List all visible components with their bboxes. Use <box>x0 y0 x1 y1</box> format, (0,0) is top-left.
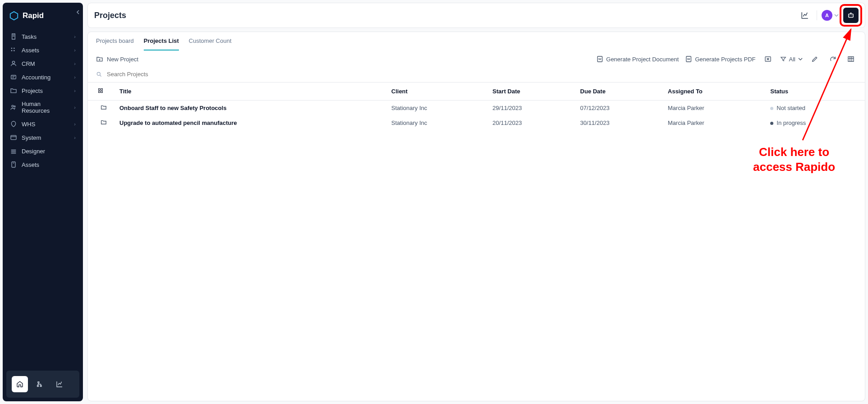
cell-status: Not started <box>764 101 865 116</box>
refresh-button[interactable] <box>827 55 839 63</box>
nav-icon <box>10 46 17 54</box>
nav-icon <box>10 87 17 94</box>
cell-title: Upgrade to automated pencil manufacture <box>113 115 385 130</box>
chevron-right-icon: › <box>74 135 76 140</box>
col-client[interactable]: Client <box>385 83 486 101</box>
tab-customer-count[interactable]: Customer Count <box>189 32 232 50</box>
cell-status: In progress <box>764 115 865 130</box>
columns-icon <box>847 55 854 63</box>
sidebar-item-projects[interactable]: Projects› <box>5 84 80 97</box>
cell-due: 07/12/2023 <box>574 101 661 116</box>
cell-assigned: Marcia Parker <box>662 115 764 130</box>
topbar-graph-button[interactable] <box>798 8 812 23</box>
actionbar: New Project Generate Project Document Ge… <box>88 51 865 67</box>
cell-title: Onboard Staff to new Safety Protocols <box>113 101 385 116</box>
home-icon <box>16 381 23 388</box>
nav-label: Projects <box>22 87 43 94</box>
sidebar-footer <box>6 371 79 398</box>
sidebar: Rapid Tasks›Assets›CRM›Accounting›Projec… <box>3 3 83 401</box>
nav-label: WHS <box>22 121 35 128</box>
svg-point-3 <box>14 50 15 51</box>
generate-doc-label: Generate Project Document <box>606 56 679 63</box>
sidebar-item-human-resources[interactable]: Human Resources› <box>5 97 80 117</box>
nav-icon <box>10 60 17 67</box>
nav-icon <box>10 73 17 81</box>
grid-icon <box>98 88 103 93</box>
projects-table: Title Client Start Date Due Date Assigne… <box>88 83 865 130</box>
svg-point-7 <box>14 106 15 107</box>
rapido-button[interactable] <box>843 8 859 23</box>
svg-point-1 <box>14 48 15 49</box>
svg-point-17 <box>97 72 100 75</box>
user-menu[interactable]: A <box>822 10 839 21</box>
sidebar-item-designer[interactable]: Designer <box>5 144 80 158</box>
sidebar-collapse-icon[interactable] <box>76 9 80 16</box>
columns-button[interactable] <box>845 55 857 63</box>
col-assigned[interactable]: Assigned To <box>662 83 764 101</box>
svg-rect-8 <box>11 135 16 139</box>
footer-home-button[interactable] <box>12 376 28 392</box>
svg-point-2 <box>11 50 13 51</box>
filter-button[interactable]: All <box>780 56 803 63</box>
svg-rect-14 <box>686 56 691 62</box>
cell-client: Stationary Inc <box>385 101 486 116</box>
chevron-right-icon: › <box>74 34 76 39</box>
topbar: Projects A <box>87 3 865 28</box>
nav-label: Accounting <box>22 74 50 81</box>
sidebar-item-whs[interactable]: WHS› <box>5 117 80 131</box>
sidebar-item-accounting[interactable]: Accounting› <box>5 70 80 84</box>
generate-doc-button[interactable]: Generate Project Document <box>596 55 679 63</box>
svg-rect-10 <box>849 14 854 18</box>
tree-icon <box>36 381 43 388</box>
search-icon <box>96 71 102 78</box>
cell-assigned: Marcia Parker <box>662 101 764 116</box>
divider <box>817 10 817 20</box>
nav-icon <box>10 120 17 128</box>
col-title[interactable]: Title <box>113 83 385 101</box>
chevron-right-icon: › <box>74 88 76 93</box>
graph-icon <box>801 11 809 19</box>
search-input[interactable] <box>107 71 857 78</box>
footer-graph-button[interactable] <box>51 376 68 392</box>
chevron-right-icon: › <box>74 47 76 53</box>
sidebar-item-tasks[interactable]: Tasks› <box>5 30 80 43</box>
export-excel-button[interactable] <box>762 55 774 63</box>
refresh-icon <box>829 55 836 63</box>
avatar: A <box>822 10 832 21</box>
cell-due: 30/11/2023 <box>574 115 661 130</box>
sidebar-item-assets[interactable]: Assets› <box>5 43 80 57</box>
grid-toggle-header[interactable] <box>88 83 113 101</box>
col-status[interactable]: Status <box>764 83 865 101</box>
page-title: Projects <box>94 11 126 20</box>
tab-projects-board[interactable]: Projects board <box>96 32 134 50</box>
col-due[interactable]: Due Date <box>574 83 661 101</box>
new-project-button[interactable]: New Project <box>96 55 138 63</box>
word-doc-icon <box>596 55 603 63</box>
cell-start: 20/11/2023 <box>486 115 574 130</box>
footer-tree-button[interactable] <box>32 376 48 392</box>
edit-button[interactable] <box>809 55 821 63</box>
searchbar <box>88 67 865 83</box>
table-row[interactable]: Upgrade to automated pencil manufactureS… <box>88 115 865 130</box>
nav-icon <box>10 161 17 168</box>
chevron-right-icon: › <box>74 74 76 80</box>
nav-label: System <box>22 134 41 141</box>
row-icon <box>88 101 113 116</box>
sidebar-item-crm[interactable]: CRM› <box>5 57 80 70</box>
nav-label: Human Resources <box>22 101 69 114</box>
filter-icon <box>780 56 786 62</box>
tab-projects-list[interactable]: Projects List <box>144 32 179 50</box>
table-row[interactable]: Onboard Staff to new Safety ProtocolsSta… <box>88 101 865 116</box>
chevron-right-icon: › <box>74 105 76 110</box>
col-start[interactable]: Start Date <box>486 83 574 101</box>
nav-icon <box>10 134 17 141</box>
generate-pdf-button[interactable]: Generate Projects PDF <box>685 55 755 63</box>
folder-plus-icon <box>96 55 103 63</box>
nav-icon <box>10 104 17 111</box>
svg-point-11 <box>850 15 850 16</box>
sidebar-item-assets[interactable]: Assets <box>5 158 80 171</box>
graph-icon <box>56 381 63 388</box>
pencil-icon <box>811 55 818 63</box>
sidebar-item-system[interactable]: System› <box>5 131 80 144</box>
brand-logo[interactable]: Rapid <box>3 3 83 30</box>
